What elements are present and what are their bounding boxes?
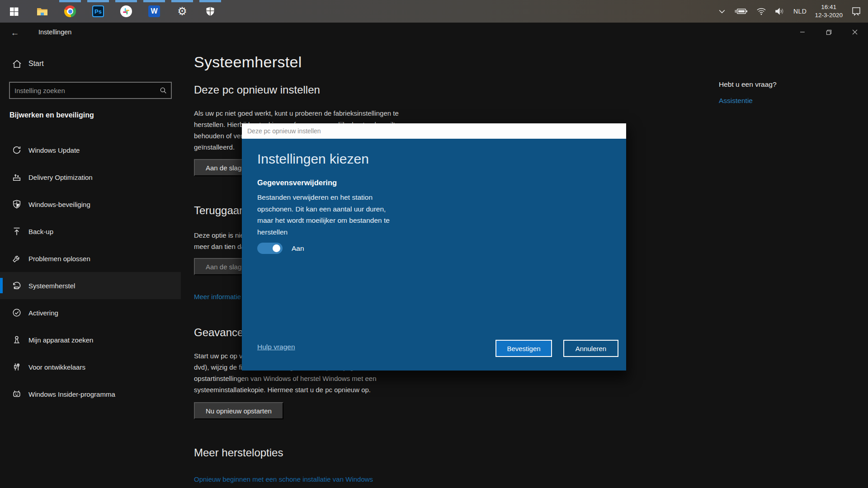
sidebar-item-label: Problemen oplossen xyxy=(28,255,90,263)
dialog-body: Instellingen kiezen Gegevensverwijdering… xyxy=(242,139,626,371)
clean-install-link[interactable]: Opnieuw beginnen met een schone installa… xyxy=(194,475,373,483)
sidebar-item-label: Systeemherstel xyxy=(28,282,75,290)
more-recovery-options-heading: Meer herstelopties xyxy=(194,446,283,459)
sidebar-item-label: Voor ontwikkelaars xyxy=(28,363,85,371)
sidebar-item-windows-beveiliging[interactable]: Windows-beveiliging xyxy=(0,191,181,218)
restart-now-button[interactable]: Nu opnieuw opstarten xyxy=(194,402,283,419)
system-tray: NLD 16:41 12-3-2020 xyxy=(717,3,868,19)
recovery-icon xyxy=(11,280,22,291)
running-indicator xyxy=(59,0,81,2)
slack-icon xyxy=(120,5,132,17)
sidebar-item-delivery-optimization[interactable]: Delivery Optimization xyxy=(0,164,181,191)
taskbar-chrome[interactable] xyxy=(56,0,84,23)
cancel-button[interactable]: Annuleren xyxy=(563,340,618,357)
search-icon[interactable] xyxy=(156,86,171,94)
settings-search[interactable] xyxy=(9,82,172,99)
sidebar-item-windows-insider[interactable]: Windows Insider-programma xyxy=(0,380,181,408)
wifi-icon[interactable] xyxy=(756,7,766,16)
sidebar-item-label: Back-up xyxy=(28,228,53,235)
wrench-icon xyxy=(11,253,22,264)
sidebar-section-title: Bijwerken en beveiliging xyxy=(9,111,94,119)
sidebar-nav: Windows Update Delivery Optimization Win… xyxy=(0,136,181,408)
get-help-link[interactable]: Hulp vragen xyxy=(257,343,295,351)
settings-window-titlebar: ← Instellingen xyxy=(0,23,868,43)
taskbar: Ps W ⚙ xyxy=(0,0,868,23)
search-input[interactable] xyxy=(10,87,156,94)
insider-icon xyxy=(11,389,22,399)
back-button[interactable]: ← xyxy=(7,26,23,40)
photoshop-icon: Ps xyxy=(92,5,104,17)
window-title: Instellingen xyxy=(38,28,71,36)
taskbar-settings[interactable]: ⚙ xyxy=(168,0,196,23)
confirm-button[interactable]: Bevestigen xyxy=(495,340,552,357)
more-information-link[interactable]: Meer informatie xyxy=(194,293,241,300)
running-indicator xyxy=(199,0,221,2)
tray-language[interactable]: NLD xyxy=(793,8,807,15)
sidebar-item-label: Activering xyxy=(28,309,58,317)
toggle-knob xyxy=(273,244,280,252)
sidebar-item-windows-update[interactable]: Windows Update xyxy=(0,136,181,164)
chrome-icon xyxy=(64,5,76,17)
tray-clock[interactable]: 16:41 12-3-2020 xyxy=(815,3,843,19)
sidebar-item-label: Delivery Optimization xyxy=(28,174,93,181)
word-icon: W xyxy=(148,5,160,17)
data-removal-description: Bestanden verwijderen en het station ops… xyxy=(257,192,402,238)
action-center-icon[interactable] xyxy=(851,6,862,17)
sidebar-item-systeemherstel[interactable]: Systeemherstel xyxy=(0,272,181,299)
sidebar-item-activering[interactable]: Activering xyxy=(0,299,181,326)
sidebar-item-voor-ontwikkelaars[interactable]: Voor ontwikkelaars xyxy=(0,353,181,380)
windows-start-icon xyxy=(8,5,20,18)
tray-chevron-icon[interactable] xyxy=(717,7,726,16)
taskbar-file-explorer[interactable] xyxy=(28,0,56,23)
file-explorer-icon xyxy=(36,5,48,18)
sidebar-start-label: Start xyxy=(28,60,44,68)
taskbar-photoshop[interactable]: Ps xyxy=(84,0,112,23)
sidebar-item-label: Windows Update xyxy=(28,146,80,154)
running-indicator xyxy=(171,0,193,2)
security-shield-icon xyxy=(11,199,22,210)
find-device-pin-icon xyxy=(11,334,22,345)
gear-icon: ⚙ xyxy=(177,6,187,17)
sidebar-item-label: Windows Insider-programma xyxy=(28,390,115,398)
reset-heading: Deze pc opnieuw instellen xyxy=(194,84,320,96)
data-removal-title: Gegevensverwijdering xyxy=(257,178,337,187)
sidebar-item-mijn-apparaat-zoeken[interactable]: Mijn apparaat zoeken xyxy=(0,326,181,353)
taskbar-word[interactable]: W xyxy=(140,0,168,23)
sidebar-item-backup[interactable]: Back-up xyxy=(0,218,181,245)
sidebar-item-start[interactable]: Start xyxy=(0,52,181,75)
close-button[interactable] xyxy=(842,23,868,42)
developer-tools-icon xyxy=(11,361,22,372)
tray-date: 12-3-2020 xyxy=(815,11,843,19)
dialog-titlebar[interactable]: Deze pc opnieuw instellen xyxy=(242,123,626,139)
home-icon xyxy=(11,58,22,69)
delivery-optimization-icon xyxy=(11,172,22,183)
minimize-button[interactable] xyxy=(789,23,816,42)
taskbar-slack[interactable] xyxy=(112,0,140,23)
data-removal-toggle-row: Aan xyxy=(257,243,304,254)
windows-update-icon xyxy=(11,145,22,155)
volume-icon[interactable] xyxy=(774,7,785,16)
sidebar-item-label: Mijn apparaat zoeken xyxy=(28,336,93,344)
data-removal-toggle[interactable] xyxy=(257,243,283,254)
dialog-heading: Instellingen kiezen xyxy=(257,151,369,167)
dialog-title: Deze pc opnieuw instellen xyxy=(247,127,321,135)
maximize-button[interactable] xyxy=(816,23,842,42)
shield-icon xyxy=(204,5,217,18)
taskbar-defender[interactable] xyxy=(196,0,224,23)
running-indicator xyxy=(87,0,109,2)
activation-check-icon xyxy=(11,307,22,318)
running-indicator xyxy=(115,0,137,2)
battery-charging-icon[interactable] xyxy=(735,7,748,16)
sidebar-item-label: Windows-beveiliging xyxy=(28,201,90,208)
running-indicator xyxy=(143,0,165,2)
sidebar-item-problemen-oplossen[interactable]: Problemen oplossen xyxy=(0,245,181,272)
page-title: Systeemherstel xyxy=(194,53,302,71)
tray-time: 16:41 xyxy=(815,3,843,11)
settings-sidebar: Start Bijwerken en beveiliging Windows U… xyxy=(0,43,181,488)
reset-pc-dialog: Deze pc opnieuw instellen Instellingen k… xyxy=(242,123,626,371)
toggle-state-label: Aan xyxy=(292,244,304,253)
start-button[interactable] xyxy=(0,0,28,23)
backup-icon xyxy=(11,226,22,237)
